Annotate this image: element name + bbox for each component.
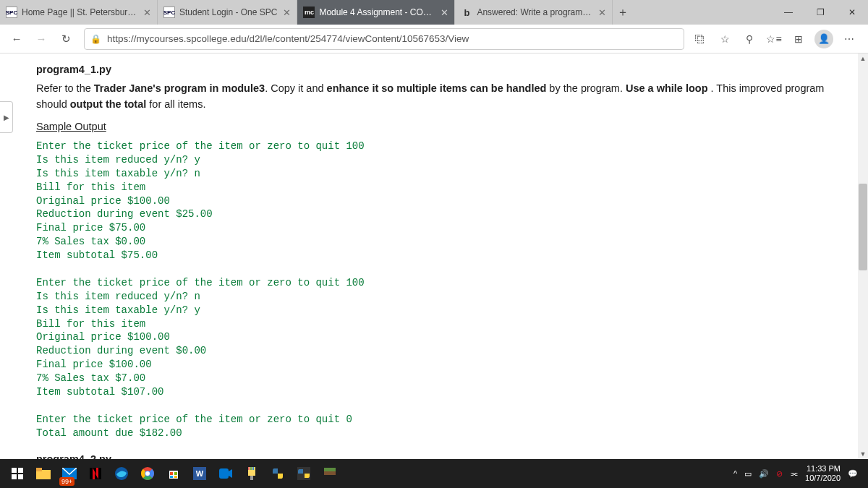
notifications-icon[interactable]: 💬 — [848, 469, 858, 479]
sidebar-expand-handle[interactable]: ▶ — [0, 101, 13, 133]
word-icon[interactable]: W — [187, 461, 213, 487]
svg-rect-27 — [250, 476, 253, 480]
program-1-title: program4_1.py — [36, 62, 858, 78]
close-icon[interactable]: ✕ — [143, 7, 151, 18]
svg-rect-2 — [12, 474, 17, 479]
mc-favicon: mc — [303, 7, 315, 18]
close-icon[interactable]: ✕ — [441, 7, 448, 18]
svg-rect-5 — [36, 468, 42, 471]
security-icon[interactable]: ⊘ — [776, 469, 783, 479]
close-icon[interactable]: ✕ — [283, 7, 291, 18]
tab-label: Module 4 Assignment - COP100 — [319, 7, 435, 17]
collections-icon[interactable]: ⊞ — [790, 30, 807, 48]
favorites-list-icon[interactable]: ☆≡ — [765, 30, 783, 48]
battery-icon[interactable]: ▭ — [744, 469, 752, 479]
window-controls: — ❐ ✕ — [773, 0, 868, 25]
svg-text:W: W — [196, 469, 204, 478]
url-text: https://mycourses.spcollege.edu/d2l/le/c… — [107, 33, 469, 44]
sample-output-block: Enter the ticket price of the item or ze… — [36, 140, 858, 440]
svg-rect-26 — [252, 467, 254, 470]
toolbar-right: ⿻ ☆ ⚲ ☆≡ ⊞ 👤 ⋯ — [692, 30, 862, 48]
profile-avatar[interactable]: 👤 — [814, 30, 833, 48]
idle-icon[interactable] — [291, 461, 317, 487]
svg-rect-17 — [174, 472, 177, 475]
tab-label: Home Page || St. Petersburg Coll — [22, 7, 137, 17]
minecraft-icon[interactable] — [317, 461, 343, 487]
store-icon[interactable] — [161, 461, 187, 487]
tray-chevron-icon[interactable]: ^ — [733, 469, 737, 478]
more-menu-icon[interactable]: ⋯ — [841, 30, 858, 48]
scroll-thumb[interactable] — [859, 184, 867, 270]
svg-rect-22 — [219, 468, 229, 479]
svg-rect-0 — [12, 468, 17, 473]
svg-rect-25 — [250, 467, 252, 470]
address-bar[interactable]: 🔒 https://mycourses.spcollege.edu/d2l/le… — [84, 28, 684, 50]
camera-icon[interactable] — [213, 461, 239, 487]
forward-button[interactable]: → — [30, 28, 52, 50]
clock-time: 11:33 PM — [805, 464, 841, 474]
clock-date: 10/7/2020 — [805, 474, 841, 483]
back-button[interactable]: ← — [6, 28, 27, 50]
svg-rect-24 — [248, 467, 250, 470]
tab-2[interactable]: SPC Student Login - One SPC ✕ — [158, 0, 297, 25]
tab-4[interactable]: b Answered: Write a program that ✕ — [455, 0, 613, 25]
browser-tab-strip: SPC Home Page || St. Petersburg Coll ✕ S… — [0, 0, 868, 25]
paint-icon[interactable] — [239, 461, 265, 487]
python-icon[interactable] — [265, 461, 291, 487]
bartleby-favicon: b — [461, 7, 472, 18]
windows-taskbar: 99+ W ^ ▭ 🔊 ⊘ ⫘ 11:33 PM 10/7/2020 💬 — [0, 459, 868, 488]
program-2-title: program4_2.py — [36, 452, 858, 459]
spc-favicon: SPC — [163, 7, 175, 18]
tab-label: Student Login - One SPC — [179, 7, 277, 17]
lock-icon: 🔒 — [90, 34, 101, 44]
close-icon[interactable]: ✕ — [598, 7, 606, 18]
address-bar-row: ← → ↻ 🔒 https://mycourses.spcollege.edu/… — [0, 25, 868, 53]
volume-icon[interactable]: 🔊 — [759, 469, 769, 479]
svg-point-14 — [145, 471, 150, 476]
file-explorer-icon[interactable] — [30, 461, 56, 487]
tab-1[interactable]: SPC Home Page || St. Petersburg Coll ✕ — [0, 0, 158, 25]
taskbar-clock[interactable]: 11:33 PM 10/7/2020 — [805, 464, 841, 482]
scroll-up-arrow[interactable]: ▲ — [858, 53, 868, 64]
svg-rect-18 — [170, 476, 173, 478]
sample-output-label: Sample Output — [36, 119, 858, 135]
edge-icon[interactable] — [109, 461, 135, 487]
spc-favicon: SPC — [6, 7, 17, 18]
close-window-button[interactable]: ✕ — [836, 0, 868, 25]
svg-rect-16 — [170, 472, 173, 475]
scroll-down-arrow[interactable]: ▼ — [858, 449, 868, 459]
mail-badge: 99+ — [59, 477, 75, 486]
refresh-button[interactable]: ↻ — [55, 28, 77, 50]
tab-3-active[interactable]: mc Module 4 Assignment - COP100 ✕ — [297, 0, 455, 25]
favorite-icon[interactable]: ☆ — [716, 30, 733, 48]
wifi-icon[interactable]: ⫘ — [790, 469, 798, 478]
vertical-scrollbar[interactable]: ▲ ▼ — [858, 53, 868, 459]
system-tray: ^ ▭ 🔊 ⊘ ⫘ 11:33 PM 10/7/2020 💬 — [733, 464, 864, 482]
new-tab-button[interactable]: ＋ — [613, 0, 633, 25]
mail-icon[interactable]: 99+ — [56, 461, 82, 487]
netflix-icon[interactable] — [82, 461, 109, 487]
extensions-icon[interactable]: ⚲ — [741, 30, 758, 48]
minimize-button[interactable]: — — [773, 0, 804, 25]
tab-label: Answered: Write a program that — [477, 7, 592, 17]
maximize-button[interactable]: ❐ — [804, 0, 836, 25]
svg-rect-3 — [18, 474, 23, 479]
chrome-icon[interactable] — [135, 461, 161, 487]
start-button[interactable] — [4, 461, 30, 487]
svg-rect-1 — [18, 468, 23, 473]
svg-rect-19 — [174, 476, 177, 478]
page-content: program4_1.py Refer to the Trader Jane's… — [36, 62, 858, 459]
svg-rect-30 — [324, 468, 336, 471]
read-aloud-icon[interactable]: ⿻ — [692, 30, 709, 48]
program-1-instructions: Refer to the Trader Jane's program in mo… — [36, 81, 858, 113]
